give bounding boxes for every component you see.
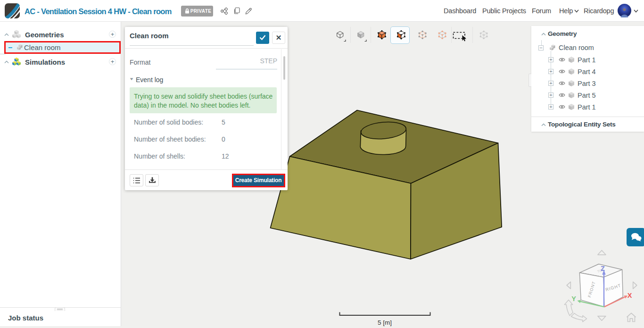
svg-text:Z: Z xyxy=(601,265,605,272)
svg-text:5 [m]: 5 [m] xyxy=(378,319,392,326)
svg-text:X: X xyxy=(627,292,632,299)
svg-text:Y: Y xyxy=(571,295,576,303)
